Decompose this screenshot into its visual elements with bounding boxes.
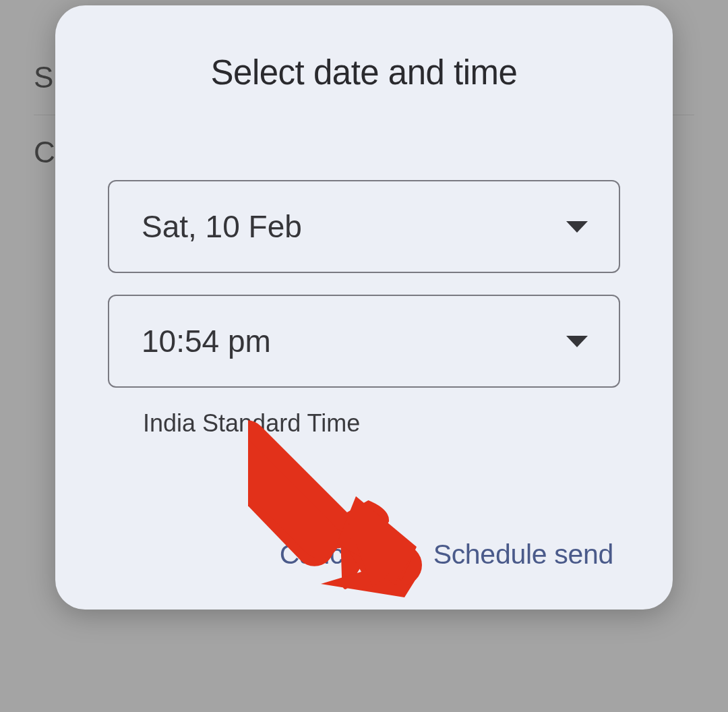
timezone-label: India Standard Time xyxy=(143,409,620,438)
schedule-send-button[interactable]: Schedule send xyxy=(433,539,613,570)
time-select-field[interactable]: 10:54 pm xyxy=(108,295,620,388)
time-value: 10:54 pm xyxy=(142,323,271,359)
chevron-down-icon xyxy=(566,336,588,347)
select-date-time-dialog: Select date and time Sat, 10 Feb 10:54 p… xyxy=(55,5,673,610)
dialog-title: Select date and time xyxy=(108,53,620,92)
chevron-down-icon xyxy=(566,221,588,233)
cancel-button[interactable]: Cancel xyxy=(280,539,365,570)
date-select-field[interactable]: Sat, 10 Feb xyxy=(108,180,620,273)
date-value: Sat, 10 Feb xyxy=(142,208,302,245)
dialog-actions: Cancel Schedule send xyxy=(108,539,620,570)
